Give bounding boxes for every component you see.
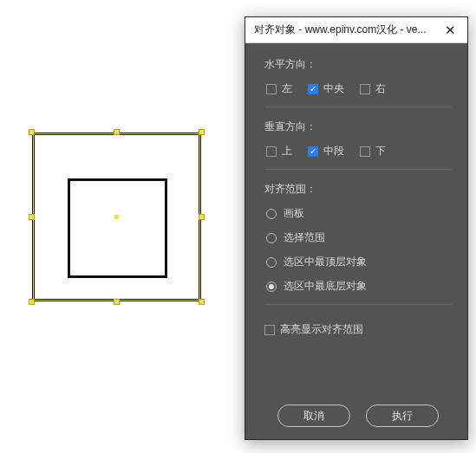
canvas-area: [0, 0, 243, 453]
scope-opt-label: 选区中最底层对象: [284, 279, 367, 294]
v-top-checkbox[interactable]: 上: [266, 144, 292, 159]
selection-handle[interactable]: [199, 129, 205, 135]
v-middle-label: 中段: [323, 144, 344, 159]
selection-handle[interactable]: [199, 299, 205, 305]
highlight-row: 高亮显示对齐范围: [264, 322, 452, 337]
selection-handle[interactable]: [29, 299, 35, 305]
v-bottom-checkbox[interactable]: 下: [360, 144, 386, 159]
close-button[interactable]: ✕: [438, 21, 462, 40]
dialog-title: 对齐对象 - www.epinv.com汉化 - ve...: [254, 23, 438, 37]
selection-handle[interactable]: [114, 299, 120, 305]
selection-handle[interactable]: [199, 214, 205, 220]
highlight-label: 高亮显示对齐范围: [280, 322, 363, 337]
scope-opt-label: 选区中最顶层对象: [284, 255, 367, 269]
dialog-body: 水平方向： 左 ✓ 中央 右 垂直方向：: [245, 43, 467, 439]
h-center-checkbox[interactable]: ✓ 中央: [308, 81, 344, 96]
scope-radio-selection[interactable]: 选择范围: [266, 230, 452, 245]
v-top-label: 上: [282, 144, 292, 159]
execute-button[interactable]: 执行: [366, 404, 439, 427]
scope-radio-artboard[interactable]: 画板: [266, 206, 452, 221]
v-middle-checkbox[interactable]: ✓ 中段: [308, 144, 344, 159]
selection-handle[interactable]: [114, 129, 120, 135]
scope-opt-label: 画板: [284, 206, 304, 221]
h-right-checkbox[interactable]: 右: [360, 81, 386, 96]
v-bottom-label: 下: [375, 144, 386, 159]
scope-section: 对齐范围： 画板 选择范围 选区中最顶层对象 选区中最底层对象: [264, 182, 452, 305]
selection-center-icon: [114, 215, 119, 219]
vertical-section: 垂直方向： 上 ✓ 中段 下: [264, 120, 452, 170]
selection-handle[interactable]: [29, 129, 35, 135]
scope-label: 对齐范围：: [264, 182, 452, 197]
scope-radio-bottommost[interactable]: 选区中最底层对象: [266, 279, 452, 294]
h-left-label: 左: [282, 81, 292, 96]
horizontal-section: 水平方向： 左 ✓ 中央 右: [264, 57, 452, 107]
highlight-checkbox[interactable]: 高亮显示对齐范围: [264, 322, 363, 337]
dialog-button-row: 取消 执行: [264, 391, 452, 427]
vertical-label: 垂直方向：: [264, 120, 452, 134]
h-center-label: 中央: [323, 81, 344, 96]
cancel-button[interactable]: 取消: [277, 404, 350, 427]
selection-handle[interactable]: [29, 214, 35, 220]
scope-radio-list: 画板 选择范围 选区中最顶层对象 选区中最底层对象: [264, 206, 452, 294]
horizontal-label: 水平方向：: [264, 57, 452, 72]
dialog-titlebar[interactable]: 对齐对象 - www.epinv.com汉化 - ve... ✕: [245, 17, 467, 43]
h-left-checkbox[interactable]: 左: [266, 81, 292, 96]
align-dialog: 对齐对象 - www.epinv.com汉化 - ve... ✕ 水平方向： 左…: [245, 16, 468, 440]
scope-radio-topmost[interactable]: 选区中最顶层对象: [266, 255, 452, 269]
h-right-label: 右: [375, 81, 386, 96]
inner-rectangle[interactable]: [68, 178, 167, 278]
close-icon: ✕: [445, 23, 456, 38]
scope-opt-label: 选择范围: [284, 230, 325, 245]
